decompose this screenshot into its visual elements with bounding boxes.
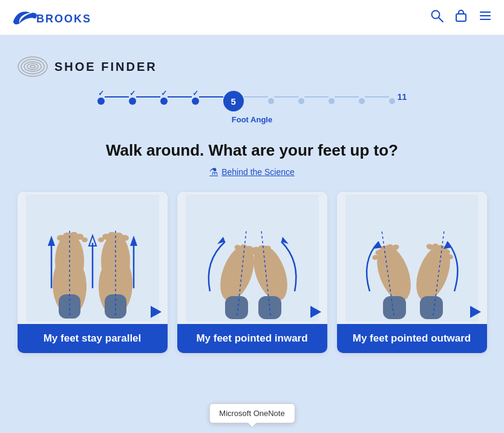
card-outward[interactable]: My feet pointed outward	[337, 192, 487, 353]
step-4: ✓	[192, 89, 199, 105]
step-6	[268, 90, 274, 104]
inward-feet-illustration	[186, 194, 319, 322]
total-steps: 11	[398, 92, 407, 102]
question-section: Walk around. What are your feet up to? ⚗…	[0, 130, 504, 186]
step-7	[298, 90, 304, 104]
step-5-active: 5	[223, 82, 244, 111]
svg-rect-69	[383, 296, 406, 319]
svg-point-10	[27, 64, 38, 70]
play-button-parallel[interactable]	[151, 306, 162, 318]
logo: BROOKS	[12, 8, 91, 27]
header: BROOKS	[0, 0, 504, 35]
svg-point-7	[18, 57, 47, 76]
question-title: Walk around. What are your feet up to?	[12, 141, 492, 160]
search-icon[interactable]	[430, 9, 443, 25]
main-content: SHOE FINDER ✓ ✓ ✓ ✓	[0, 35, 504, 433]
bag-icon[interactable]	[454, 9, 468, 25]
svg-point-26	[120, 235, 129, 241]
brooks-logo: BROOKS	[12, 8, 91, 27]
svg-rect-51	[258, 296, 281, 319]
parallel-feet-illustration	[26, 194, 159, 322]
step-9	[359, 90, 365, 104]
play-button-inward[interactable]	[310, 306, 321, 318]
tooltip-text: Microsoft OneNote	[219, 409, 284, 418]
svg-rect-50	[225, 296, 248, 319]
header-icons	[430, 9, 492, 25]
tooltip-popup: Microsoft OneNote	[209, 403, 295, 423]
outward-feet-illustration	[345, 194, 479, 322]
svg-point-11	[30, 65, 35, 68]
cards-container: My feet stay parallel	[0, 186, 504, 359]
svg-rect-70	[420, 296, 443, 319]
svg-rect-3	[456, 14, 466, 21]
card-parallel-image	[18, 192, 168, 324]
card-inward-label: My feet pointed inward	[177, 324, 327, 353]
step-8	[329, 90, 335, 104]
step-10	[389, 90, 395, 104]
step-label: Foot Angle	[232, 115, 272, 124]
svg-point-19	[82, 237, 88, 242]
svg-text:BROOKS: BROOKS	[36, 13, 91, 25]
progress-bar: ✓ ✓ ✓ ✓ 5	[0, 82, 504, 124]
card-inward[interactable]: My feet pointed inward	[177, 192, 327, 353]
menu-icon[interactable]	[479, 9, 492, 25]
card-outward-image	[337, 192, 487, 324]
flask-icon: ⚗	[209, 166, 218, 177]
card-outward-label: My feet pointed outward	[337, 324, 487, 353]
step-2: ✓	[129, 89, 136, 105]
card-parallel[interactable]: My feet stay parallel	[18, 192, 168, 353]
fingerprint-icon	[17, 56, 48, 78]
science-link[interactable]: ⚗ Behind the Science	[209, 166, 295, 177]
step-1: ✓	[97, 89, 105, 105]
card-inward-image	[177, 192, 327, 324]
svg-line-2	[439, 18, 443, 22]
step-3: ✓	[160, 89, 168, 105]
shoe-finder-title: SHOE FINDER	[54, 60, 157, 74]
play-button-outward[interactable]	[470, 306, 481, 318]
card-parallel-label: My feet stay parallel	[18, 324, 168, 353]
svg-rect-56	[345, 194, 479, 322]
